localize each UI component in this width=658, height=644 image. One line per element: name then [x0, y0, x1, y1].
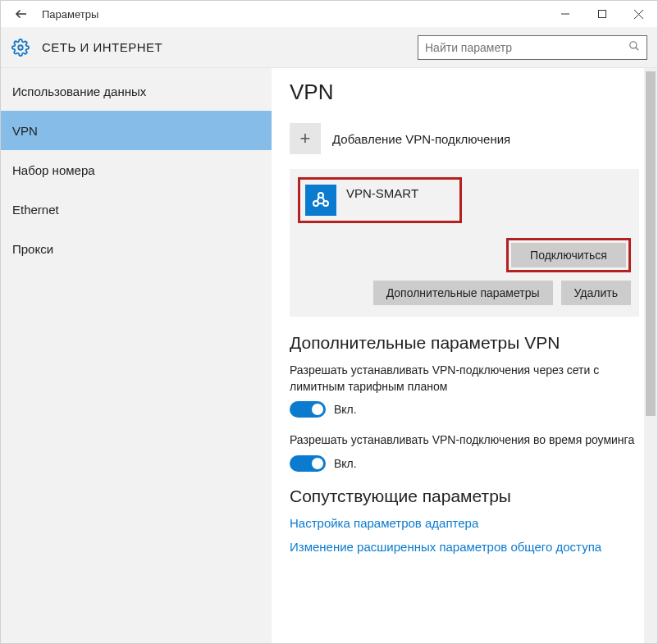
- svg-line-11: [318, 197, 320, 202]
- search-input[interactable]: [425, 41, 628, 54]
- back-button[interactable]: [9, 2, 34, 26]
- sidebar-item-dialup[interactable]: Набор номера: [1, 150, 272, 190]
- vpn-icon: [305, 185, 336, 216]
- sidebar-item-label: Использование данных: [12, 84, 146, 98]
- svg-point-5: [18, 45, 23, 50]
- sidebar-item-data-usage[interactable]: Использование данных: [1, 71, 272, 111]
- close-button[interactable]: [620, 1, 657, 27]
- settings-header: СЕТЬ И ИНТЕРНЕТ: [1, 27, 657, 68]
- settings-window: Параметры СЕТЬ И ИНТЕРНЕТ: [0, 0, 658, 644]
- sidebar-item-label: VPN: [12, 124, 38, 138]
- plus-icon: +: [290, 123, 321, 154]
- gear-icon: [11, 38, 30, 57]
- vpn-name: VPN-SMART: [346, 185, 418, 200]
- page-title: VPN: [290, 80, 639, 105]
- related-heading: Сопутствующие параметры: [290, 486, 639, 506]
- content-pane: VPN + Добавление VPN-подключения VPN-SMA…: [272, 68, 657, 643]
- svg-point-10: [323, 201, 328, 206]
- connect-highlight: Подключиться: [506, 238, 631, 272]
- toggle-roaming-state: Вкл.: [334, 457, 357, 470]
- sidebar-item-label: Прокси: [12, 242, 53, 256]
- toggle-metered[interactable]: [290, 401, 326, 418]
- scrollbar-thumb[interactable]: [646, 71, 656, 416]
- link-advanced-sharing[interactable]: Изменение расширенных параметров общего …: [290, 540, 639, 554]
- add-vpn-label: Добавление VPN-подключения: [332, 132, 510, 146]
- advanced-options-button[interactable]: Дополнительные параметры: [373, 281, 553, 305]
- minimize-button[interactable]: [546, 1, 583, 27]
- connect-button[interactable]: Подключиться: [511, 243, 626, 267]
- setting-metered-desc: Разрешать устанавливать VPN-подключения …: [290, 363, 639, 395]
- svg-point-9: [313, 201, 318, 206]
- vpn-entry[interactable]: VPN-SMART: [298, 177, 462, 223]
- vpn-connection-card: VPN-SMART Подключиться Дополнительные па…: [290, 169, 639, 317]
- titlebar: Параметры: [1, 1, 657, 27]
- toggle-roaming[interactable]: [290, 455, 326, 472]
- link-adapter-settings[interactable]: Настройка параметров адаптера: [290, 516, 639, 530]
- sidebar-item-ethernet[interactable]: Ethernet: [1, 190, 272, 229]
- sidebar: Использование данных VPN Набор номера Et…: [1, 68, 272, 643]
- sidebar-item-proxy[interactable]: Прокси: [1, 229, 272, 268]
- maximize-button[interactable]: [583, 1, 620, 27]
- search-box[interactable]: [418, 35, 647, 60]
- sidebar-item-vpn[interactable]: VPN: [1, 111, 272, 150]
- scrollbar[interactable]: [644, 68, 657, 643]
- search-icon: [628, 40, 640, 54]
- svg-point-6: [630, 42, 637, 48]
- section-title: СЕТЬ И ИНТЕРНЕТ: [42, 40, 162, 54]
- setting-roaming-desc: Разрешать устанавливать VPN-подключения …: [290, 432, 639, 449]
- svg-line-7: [636, 48, 639, 51]
- delete-button[interactable]: Удалить: [561, 281, 631, 305]
- add-vpn-button[interactable]: + Добавление VPN-подключения: [290, 123, 639, 154]
- sidebar-item-label: Набор номера: [12, 163, 95, 177]
- svg-line-12: [322, 197, 325, 202]
- toggle-metered-state: Вкл.: [334, 403, 357, 416]
- window-title: Параметры: [42, 8, 98, 21]
- setting-roaming: Разрешать устанавливать VPN-подключения …: [290, 432, 639, 472]
- extra-vpn-heading: Дополнительные параметры VPN: [290, 333, 639, 353]
- setting-metered: Разрешать устанавливать VPN-подключения …: [290, 363, 639, 418]
- sidebar-item-label: Ethernet: [12, 203, 59, 217]
- svg-rect-2: [598, 11, 605, 18]
